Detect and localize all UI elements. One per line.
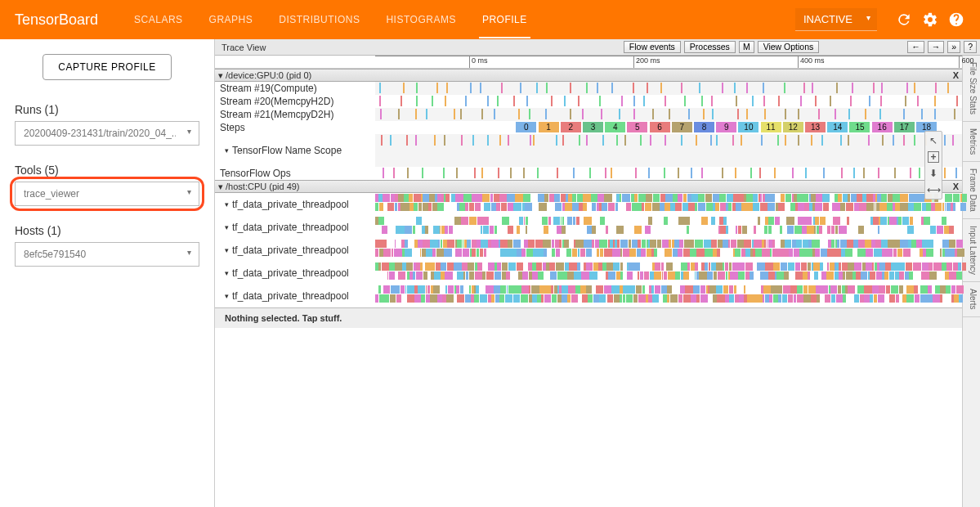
- side-tab-metrics[interactable]: Metrics: [963, 122, 980, 162]
- nav-end-button[interactable]: »: [947, 41, 960, 53]
- gpu-row[interactable]: Steps0123456789101112131415161718: [215, 121, 962, 134]
- view-options-button[interactable]: View Options: [758, 41, 820, 53]
- nav-help-button[interactable]: ?: [964, 41, 977, 53]
- gpu-section-header[interactable]: ▾ /device:GPU:0 (pid 0)X: [215, 69, 962, 82]
- refresh-icon[interactable]: [895, 11, 913, 29]
- hosts-label: Hosts (1): [15, 224, 199, 237]
- close-section-icon[interactable]: X: [953, 182, 959, 191]
- side-tab-input-latency[interactable]: Input Latency: [963, 219, 980, 282]
- zoom-tool-icon[interactable]: +: [928, 151, 939, 163]
- app-header: TensorBoard SCALARS GRAPHS DISTRIBUTIONS…: [0, 0, 980, 39]
- flow-events-button[interactable]: Flow events: [624, 41, 681, 53]
- tab-graphs[interactable]: GRAPHS: [206, 1, 257, 38]
- cpu-thread-row[interactable]: ▾tf_data_private_threadpool: [215, 285, 962, 307]
- main-panel: Trace View Flow events Processes M View …: [214, 39, 980, 507]
- tab-scalars[interactable]: SCALARS: [131, 1, 186, 38]
- hosts-select[interactable]: 8efc5e791540: [15, 242, 199, 267]
- cpu-section-header[interactable]: ▾ /host:CPU (pid 49)X: [215, 180, 962, 193]
- status-select-wrap[interactable]: INACTIVE: [795, 8, 877, 31]
- tab-profile[interactable]: PROFILE: [479, 1, 530, 38]
- nav-tabs: SCALARS GRAPHS DISTRIBUTIONS HISTOGRAMS …: [131, 1, 530, 38]
- cpu-thread-row[interactable]: ▾tf_data_private_threadpool: [215, 216, 962, 239]
- gpu-row[interactable]: Stream #20(MemcpyH2D): [215, 95, 962, 108]
- trace-toolbar: Trace View Flow events Processes M View …: [215, 39, 980, 56]
- trace-view-title: Trace View: [222, 43, 266, 52]
- gpu-row[interactable]: ▾TensorFlow Name Scope: [215, 134, 962, 167]
- nav-back-button[interactable]: ←: [907, 41, 924, 53]
- pointer-tool-icon[interactable]: ↖: [929, 135, 937, 146]
- cpu-thread-row[interactable]: ▾tf_data_private_threadpool: [215, 262, 962, 285]
- nav-fwd-button[interactable]: →: [928, 41, 945, 53]
- gpu-row[interactable]: TensorFlow Ops: [215, 167, 962, 180]
- tab-histograms[interactable]: HISTOGRAMS: [383, 1, 459, 38]
- tools-select-wrap[interactable]: trace_viewer: [15, 182, 199, 206]
- timeline-nav-tools: ↖ + ⬇ ⟷: [924, 131, 942, 200]
- sidebar: CAPTURE PROFILE Runs (1) 20200409-231431…: [0, 39, 214, 507]
- cpu-thread-row[interactable]: ▾tf_data_private_threadpool: [215, 239, 962, 262]
- help-icon[interactable]: [947, 11, 965, 29]
- tools-label: Tools (5): [15, 164, 199, 177]
- runs-select-wrap[interactable]: 20200409-231431/train/2020_04_...: [15, 121, 199, 146]
- hosts-select-wrap[interactable]: 8efc5e791540: [15, 242, 199, 267]
- selection-status: Nothing selected. Tap stuff.: [215, 307, 962, 328]
- close-section-icon[interactable]: X: [953, 70, 959, 80]
- side-tabs: File Size Stats Metrics Frame Data Input…: [962, 56, 980, 507]
- status-select[interactable]: INACTIVE: [795, 8, 877, 31]
- capture-profile-button[interactable]: CAPTURE PROFILE: [43, 54, 172, 80]
- timing-tool-icon[interactable]: ⟷: [927, 184, 941, 195]
- gpu-row[interactable]: Stream #19(Compute): [215, 82, 962, 95]
- timeline-ruler: 0 ms200 ms400 ms600: [215, 56, 962, 69]
- trace-view[interactable]: ↖ + ⬇ ⟷ 0 ms200 ms400 ms600 ▾ /device:GP…: [215, 56, 962, 507]
- runs-label: Runs (1): [15, 103, 199, 116]
- tools-select[interactable]: trace_viewer: [15, 182, 199, 206]
- side-tab-alerts[interactable]: Alerts: [963, 282, 980, 317]
- m-button[interactable]: M: [739, 41, 754, 53]
- cpu-thread-row[interactable]: ▾tf_data_private_threadpool: [215, 193, 962, 216]
- processes-button[interactable]: Processes: [684, 41, 736, 53]
- gear-icon[interactable]: [921, 11, 939, 29]
- gpu-row[interactable]: Stream #21(MemcpyD2H): [215, 108, 962, 121]
- runs-select[interactable]: 20200409-231431/train/2020_04_...: [15, 121, 199, 146]
- tab-distributions[interactable]: DISTRIBUTIONS: [275, 1, 363, 38]
- pan-down-icon[interactable]: ⬇: [929, 168, 937, 179]
- brand-title: TensorBoard: [15, 11, 98, 29]
